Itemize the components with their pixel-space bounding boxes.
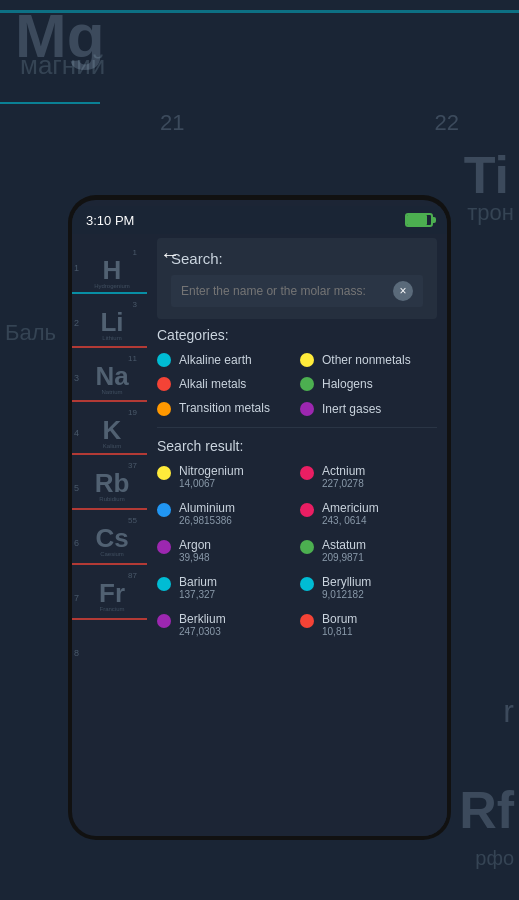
result-borum[interactable]: Borum 10,811 bbox=[300, 612, 437, 637]
result-mass: 137,327 bbox=[179, 589, 217, 600]
result-name: Americium bbox=[322, 501, 379, 515]
category-other-nonmetals-label: Other nonmetals bbox=[322, 353, 411, 367]
result-mass: 247,0303 bbox=[179, 626, 226, 637]
category-alkali-metals[interactable]: Alkali metals bbox=[157, 377, 294, 391]
search-panel: Search: × Categories: Alkaline earth bbox=[147, 228, 447, 836]
result-mass: 243, 0614 bbox=[322, 515, 379, 526]
category-transition-metals-label: Transition metals bbox=[179, 401, 270, 417]
result-americium[interactable]: Americium 243, 0614 bbox=[300, 501, 437, 526]
clear-button[interactable]: × bbox=[393, 281, 413, 301]
category-transition-metals[interactable]: Transition metals bbox=[157, 401, 294, 417]
result-berklium[interactable]: Berklium 247,0303 bbox=[157, 612, 294, 637]
result-mass: 10,811 bbox=[322, 626, 357, 637]
result-barium[interactable]: Barium 137,327 bbox=[157, 575, 294, 600]
results-section: Search result: Nitrogenium 14,0067 bbox=[157, 438, 437, 657]
result-beryllium[interactable]: Beryllium 9,012182 bbox=[300, 575, 437, 600]
result-mass: 26,9815386 bbox=[179, 515, 235, 526]
result-mass: 39,948 bbox=[179, 552, 211, 563]
result-aluminium[interactable]: Aluminium 26,9815386 bbox=[157, 501, 294, 526]
results-label: Search result: bbox=[157, 438, 437, 454]
back-button[interactable]: ← bbox=[152, 236, 188, 272]
categories-section: Categories: Alkaline earth Other nonmeta… bbox=[157, 327, 437, 417]
result-nitrogenium[interactable]: Nitrogenium 14,0067 bbox=[157, 464, 294, 489]
results-grid: Nitrogenium 14,0067 Actnium 227,0278 bbox=[157, 464, 437, 637]
result-name: Barium bbox=[179, 575, 217, 589]
result-mass: 9,012182 bbox=[322, 589, 371, 600]
result-actnium[interactable]: Actnium 227,0278 bbox=[300, 464, 437, 489]
category-halogens[interactable]: Halogens bbox=[300, 377, 437, 391]
result-astatum[interactable]: Astatum 209,9871 bbox=[300, 538, 437, 563]
result-name: Astatum bbox=[322, 538, 366, 552]
result-name: Borum bbox=[322, 612, 357, 626]
categories-label: Categories: bbox=[157, 327, 437, 343]
status-time: 3:10 PM bbox=[86, 213, 134, 228]
category-alkali-metals-label: Alkali metals bbox=[179, 377, 246, 391]
result-mass: 209,9871 bbox=[322, 552, 366, 563]
category-alkaline-earth[interactable]: Alkaline earth bbox=[157, 353, 294, 367]
back-arrow-icon: ← bbox=[160, 243, 180, 266]
result-name: Argon bbox=[179, 538, 211, 552]
result-name: Aluminium bbox=[179, 501, 235, 515]
category-inert-gases-label: Inert gases bbox=[322, 402, 381, 416]
result-mass: 227,0278 bbox=[322, 478, 365, 489]
result-name: Actnium bbox=[322, 464, 365, 478]
result-name: Beryllium bbox=[322, 575, 371, 589]
category-other-nonmetals[interactable]: Other nonmetals bbox=[300, 353, 437, 367]
search-input[interactable] bbox=[181, 284, 393, 298]
result-argon[interactable]: Argon 39,948 bbox=[157, 538, 294, 563]
result-name: Berklium bbox=[179, 612, 226, 626]
battery-indicator bbox=[405, 213, 433, 227]
search-section: Search: × bbox=[157, 238, 437, 319]
category-halogens-label: Halogens bbox=[322, 377, 373, 391]
result-name: Nitrogenium bbox=[179, 464, 244, 478]
categories-grid: Alkaline earth Other nonmetals Alkali me… bbox=[157, 353, 437, 417]
search-label: Search: bbox=[171, 250, 423, 267]
category-inert-gases[interactable]: Inert gases bbox=[300, 401, 437, 417]
category-alkaline-earth-label: Alkaline earth bbox=[179, 353, 252, 367]
result-mass: 14,0067 bbox=[179, 478, 244, 489]
